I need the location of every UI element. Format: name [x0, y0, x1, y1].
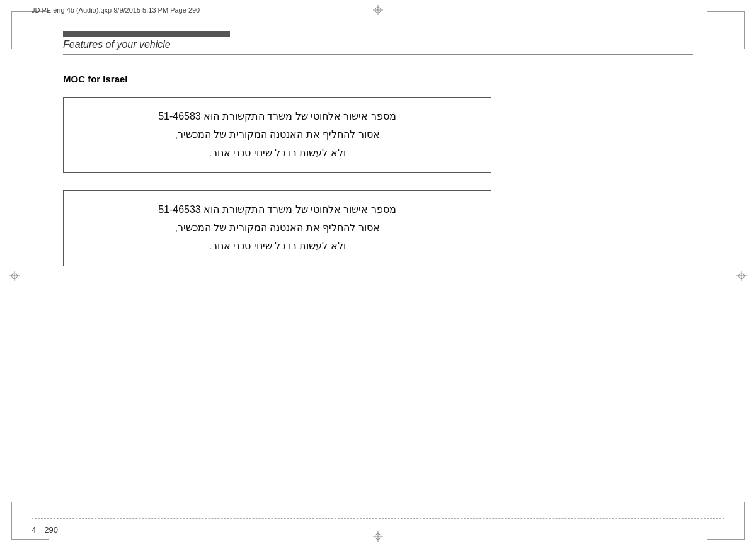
features-title-wrapper: Features of your vehicle [63, 31, 230, 53]
footer-page-number: 290 [44, 525, 58, 535]
registration-header: JD PE eng 4b (Audio).qxp 9/9/2015 5:13 P… [32, 6, 724, 14]
footer-dashed-line [32, 518, 724, 519]
features-title-bar [63, 31, 230, 37]
hebrew-box-1-line1: מספר אישור אלחוטי של משרד התקשורת הוא 51… [76, 108, 478, 126]
corner-border-top-right [707, 11, 745, 49]
main-content: Features of your vehicle MOC for Israel … [63, 31, 693, 507]
crosshair-left [9, 271, 20, 281]
hebrew-box-1-line3: ולא לעשות בו כל שינוי טכני אחר. [76, 144, 478, 162]
corner-border-top-left [11, 11, 49, 49]
hebrew-box-1-line2: אסור להחליף את האנטנה המקורית של המכשיר, [76, 126, 478, 144]
hebrew-box-1: מספר אישור אלחוטי של משרד התקשורת הוא 51… [63, 97, 491, 173]
footer-section-number: 4 [32, 525, 36, 535]
features-header-row: Features of your vehicle [63, 31, 693, 55]
hebrew-box-2: מספר אישור אלחוטי של משרד התקשורת הוא 51… [63, 190, 491, 266]
footer: 4 290 [32, 518, 724, 535]
features-title: Features of your vehicle [63, 39, 230, 53]
footer-content: 4 290 [32, 524, 724, 535]
registration-text: JD PE eng 4b (Audio).qxp 9/9/2015 5:13 P… [32, 6, 200, 14]
hebrew-box-2-line3: ולא לעשות בו כל שינוי טכני אחר. [76, 237, 478, 256]
hebrew-box-2-line2: אסור להחליף את האנטנה המקורית של המכשיר, [76, 219, 478, 237]
hebrew-box-2-line1: מספר אישור אלחוטי של משרד התקשורת הוא 51… [76, 201, 478, 219]
moc-title: MOC for Israel [63, 74, 693, 84]
crosshair-right [736, 271, 747, 281]
footer-divider [40, 524, 40, 535]
